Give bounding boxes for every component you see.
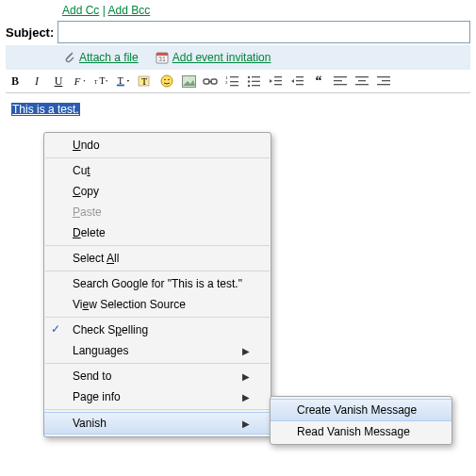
svg-point-10 (161, 75, 172, 87)
calendar-icon: 31 (156, 51, 169, 64)
chevron-right-icon: ▶ (242, 392, 250, 402)
ctx-search-google[interactable]: Search Google for "This is a test." (44, 273, 271, 294)
font-color-button[interactable]: T (116, 74, 131, 89)
svg-rect-41 (377, 76, 390, 77)
align-right-button[interactable] (376, 74, 391, 89)
svg-point-14 (185, 77, 188, 80)
svg-rect-32 (296, 76, 304, 77)
emoji-button[interactable] (159, 74, 174, 89)
chevron-right-icon: ▶ (242, 346, 250, 356)
format-toolbar: B I U F TT T T 12 “ (6, 70, 470, 93)
svg-point-24 (248, 80, 250, 82)
image-button[interactable] (181, 74, 196, 89)
subject-input[interactable] (57, 21, 470, 43)
svg-rect-42 (382, 80, 390, 81)
svg-text:31: 31 (158, 56, 166, 62)
svg-rect-20 (230, 76, 238, 77)
ctx-select-all[interactable]: Select All (44, 248, 271, 269)
chevron-right-icon: ▶ (242, 371, 250, 382)
numbered-list-button[interactable]: 12 (224, 74, 239, 89)
svg-rect-29 (274, 76, 282, 77)
svg-rect-21 (230, 81, 238, 82)
attach-file-link[interactable]: Attach a file (79, 51, 139, 64)
svg-point-23 (248, 76, 250, 78)
ctx-delete[interactable]: Delete (44, 222, 271, 243)
vanish-submenu: Create Vanish Message Read Vanish Messag… (270, 396, 452, 445)
ctx-separator (45, 317, 270, 318)
svg-rect-36 (334, 80, 342, 81)
ctx-read-vanish[interactable]: Read Vanish Message (271, 421, 451, 442)
svg-point-25 (248, 85, 250, 87)
font-face-button[interactable]: F (73, 74, 88, 89)
subject-label: Subject: (6, 25, 54, 40)
bullet-list-button[interactable] (246, 74, 261, 89)
ctx-create-vanish[interactable]: Create Vanish Message (271, 399, 451, 421)
font-size-button[interactable]: TT (94, 74, 109, 89)
italic-button[interactable]: I (29, 74, 44, 89)
indent-button[interactable] (289, 74, 304, 89)
paperclip-icon (62, 50, 75, 65)
add-bcc-link[interactable]: Add Bcc (108, 4, 151, 17)
svg-text:F: F (74, 76, 81, 87)
svg-rect-30 (274, 80, 282, 81)
ctx-cut[interactable]: Cut (44, 160, 271, 181)
align-center-button[interactable] (354, 74, 369, 89)
align-left-button[interactable] (333, 74, 348, 89)
svg-rect-39 (358, 80, 366, 81)
svg-rect-37 (334, 84, 347, 85)
svg-point-12 (168, 79, 170, 81)
svg-text:T: T (118, 75, 123, 86)
svg-rect-7 (117, 85, 124, 87)
svg-rect-22 (230, 85, 238, 86)
svg-rect-34 (296, 84, 304, 85)
svg-point-11 (164, 79, 166, 81)
ctx-paste: Paste (44, 202, 271, 222)
svg-text:2: 2 (225, 80, 228, 85)
ctx-separator (45, 157, 270, 158)
ctx-separator (45, 363, 270, 364)
check-icon: ✓ (51, 322, 60, 336)
svg-rect-31 (274, 84, 282, 85)
context-menu: Undo Cut Copy Paste Delete Select All Se… (43, 132, 271, 437)
highlight-button[interactable]: T (138, 74, 153, 89)
ctx-separator (45, 271, 270, 271)
svg-text:T: T (141, 76, 147, 87)
ctx-separator (45, 409, 270, 410)
ctx-languages[interactable]: Languages▶ (44, 340, 271, 361)
svg-rect-27 (252, 81, 260, 82)
ctx-check-spelling[interactable]: ✓ Check Spelling (44, 320, 271, 340)
add-cc-link[interactable]: Add Cc (62, 4, 99, 17)
ctx-separator (45, 245, 270, 246)
svg-text:T: T (94, 79, 98, 85)
add-event-link[interactable]: Add event invitation (172, 51, 271, 64)
link-button[interactable] (203, 74, 218, 89)
selected-text: This is a test. (11, 103, 80, 116)
ctx-undo[interactable]: Undo (44, 135, 271, 156)
chevron-right-icon: ▶ (242, 419, 250, 429)
svg-rect-40 (355, 84, 369, 85)
svg-rect-43 (377, 84, 390, 85)
svg-rect-28 (252, 85, 260, 86)
ctx-copy[interactable]: Copy (44, 181, 271, 202)
underline-button[interactable]: U (51, 74, 66, 89)
svg-rect-38 (355, 76, 369, 77)
ctx-page-info[interactable]: Page info▶ (44, 386, 271, 407)
svg-rect-35 (334, 76, 347, 77)
ctx-vanish[interactable]: Vanish▶ (44, 412, 271, 435)
bold-button[interactable]: B (8, 74, 23, 89)
svg-rect-17 (208, 81, 212, 82)
svg-rect-26 (252, 76, 260, 77)
attach-bar: Attach a file 31 Add event invitation (6, 45, 470, 70)
outdent-button[interactable] (268, 74, 283, 89)
link-separator: | (103, 4, 106, 17)
quote-button[interactable]: “ (311, 74, 326, 89)
ctx-view-source[interactable]: View Selection Source (44, 294, 271, 315)
ctx-send-to[interactable]: Send to▶ (44, 366, 271, 386)
svg-text:T: T (100, 75, 106, 86)
svg-rect-33 (296, 80, 304, 81)
